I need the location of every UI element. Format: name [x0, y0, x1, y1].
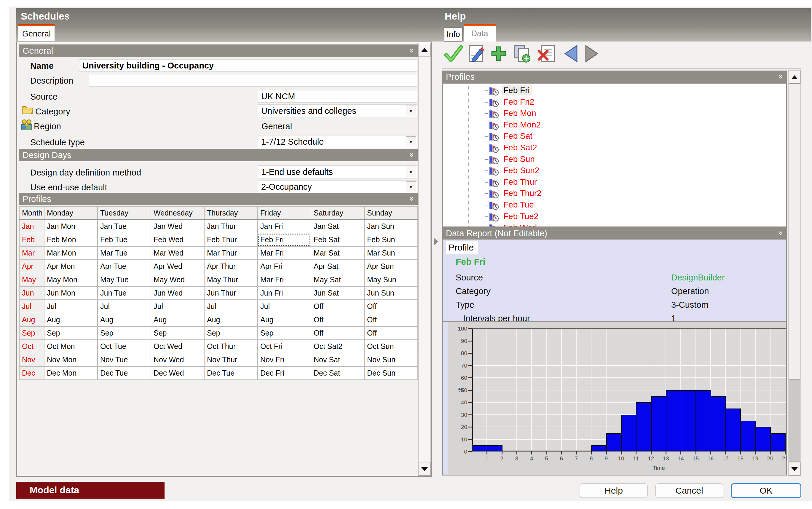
tree-profiles-header[interactable]: Profiles »	[442, 71, 787, 83]
profile-cell[interactable]: Sep	[258, 327, 311, 340]
tab-general[interactable]: General	[19, 26, 55, 41]
profile-cell[interactable]: Dec Fri	[258, 366, 311, 380]
profile-cell[interactable]: Mar Tue	[98, 246, 151, 260]
profile-cell[interactable]: Jul	[258, 300, 311, 313]
profile-cell[interactable]: Mar Thur	[204, 246, 258, 260]
profiles-section-header[interactable]: Profiles »	[19, 193, 418, 205]
profile-cell[interactable]: Sep	[204, 327, 258, 340]
data-report-header[interactable]: Data Report (Not Editable) »	[442, 227, 787, 240]
profile-cell[interactable]: Jul	[204, 300, 258, 313]
profile-cell[interactable]: Nov Tue	[98, 353, 151, 366]
profile-cell[interactable]: Dec Sun	[364, 366, 418, 380]
column-header[interactable]: Friday	[258, 207, 311, 220]
profile-cell[interactable]: Nov Wed	[151, 353, 204, 366]
chevron-down-icon[interactable]: ▼	[406, 181, 416, 192]
month-cell[interactable]: Jun	[19, 286, 44, 300]
help-button[interactable]: Help	[580, 483, 648, 498]
tab-data[interactable]: Data	[464, 26, 496, 41]
scrollbar-thumb[interactable]	[789, 379, 800, 462]
profile-cell[interactable]: Nov Thur	[204, 353, 258, 366]
profile-cell[interactable]: Aug	[151, 313, 204, 327]
tree-item[interactable]: Feb Mon2	[488, 119, 543, 130]
design-days-section-header[interactable]: Design Days »	[19, 149, 418, 161]
next-button[interactable]	[582, 44, 602, 63]
month-cell[interactable]: May	[19, 273, 44, 286]
collapse-chevron-icon[interactable]: »	[776, 74, 785, 78]
profile-cell[interactable]: Nov Sun	[364, 353, 418, 366]
scrollbar-thumb[interactable]	[419, 57, 430, 461]
profile-cell[interactable]: Mar Mon	[44, 246, 98, 260]
general-section-header[interactable]: General »	[19, 44, 418, 57]
collapse-chevron-icon[interactable]: »	[407, 48, 416, 52]
left-panel-scrollbar[interactable]	[418, 43, 431, 475]
tree-item[interactable]: Feb Sat2	[488, 142, 539, 153]
column-header[interactable]: Sunday	[364, 207, 418, 220]
profile-cell[interactable]: Feb Wed	[151, 233, 204, 246]
profile-cell[interactable]: Aug	[98, 313, 151, 327]
profile-cell[interactable]: Mar Wed	[151, 246, 204, 260]
scroll-down-icon[interactable]	[418, 463, 431, 475]
profile-cell[interactable]: Apr Tue	[98, 260, 151, 273]
design-day-method-dropdown[interactable]: 1-End use defaults ▼	[258, 165, 417, 178]
chevron-down-icon[interactable]: ▼	[406, 105, 416, 116]
profile-cell[interactable]: Feb Tue	[98, 233, 151, 246]
profile-cell[interactable]: Mar Fri	[258, 246, 311, 260]
tree-item[interactable]: Feb Thur2	[488, 188, 543, 199]
tab-info[interactable]: Info	[444, 28, 463, 41]
add-button[interactable]	[488, 44, 509, 63]
profile-cell[interactable]: Jun Sat	[311, 286, 364, 300]
column-header[interactable]: Thursday	[204, 207, 258, 220]
profile-cell[interactable]: Aug	[258, 313, 311, 327]
profile-cell[interactable]: Dec Sat	[311, 366, 364, 380]
profile-cell[interactable]: May Wed	[151, 273, 204, 286]
tree-item[interactable]: Feb Tue	[488, 199, 536, 210]
profile-cell[interactable]: Mar Sat	[311, 246, 364, 260]
profile-cell[interactable]: Oct Wed	[151, 340, 204, 353]
previous-button[interactable]	[561, 44, 581, 63]
scroll-up-icon[interactable]	[788, 71, 801, 83]
profile-cell[interactable]: Oct Thur	[204, 340, 258, 353]
profile-cell[interactable]: Jul	[98, 300, 151, 313]
tree-item[interactable]: Feb Tue2	[488, 211, 540, 222]
profile-cell[interactable]: Jan Fri	[258, 220, 311, 233]
profile-cell[interactable]: Oct Tue	[98, 340, 151, 353]
collapse-chevron-icon[interactable]: »	[407, 153, 416, 156]
profile-cell[interactable]: Off	[364, 300, 418, 313]
profile-cell[interactable]: Dec Tue	[98, 366, 151, 380]
month-cell[interactable]: Dec	[19, 366, 44, 380]
profile-cell[interactable]: Jun Mon	[44, 286, 98, 300]
profile-cell[interactable]: Apr Wed	[151, 260, 204, 273]
profile-cell[interactable]: Jan Sat	[311, 220, 364, 233]
source-field[interactable]: UK NCM	[258, 90, 417, 103]
month-cell[interactable]: Oct	[19, 340, 44, 353]
month-cell[interactable]: Mar	[19, 246, 44, 260]
column-header[interactable]: Month	[19, 207, 44, 220]
profile-cell[interactable]: Jan Mon	[44, 220, 98, 233]
profile-cell[interactable]: Sep	[151, 327, 204, 340]
profile-cell[interactable]: Sep	[98, 327, 151, 340]
profile-cell[interactable]: Oct Fri	[258, 340, 311, 353]
month-cell[interactable]: Sep	[19, 327, 44, 340]
profile-cell[interactable]: Feb Thur	[204, 233, 258, 246]
profile-cell[interactable]: Jun Wed	[151, 286, 204, 300]
profile-cell[interactable]: Nov Fri	[258, 353, 311, 366]
name-field[interactable]: University building - Occupancy	[79, 59, 417, 72]
profile-cell[interactable]: Sep	[44, 327, 98, 340]
category-dropdown[interactable]: Universities and colleges ▼	[258, 104, 417, 117]
profile-cell[interactable]: Aug	[44, 313, 98, 327]
month-cell[interactable]: Jul	[19, 300, 44, 313]
edit-button[interactable]	[466, 44, 486, 63]
profile-cell[interactable]: Feb Fri	[258, 233, 311, 246]
column-header[interactable]: Tuesday	[98, 207, 151, 220]
profile-cell[interactable]: Feb Mon	[44, 233, 98, 246]
profile-cell[interactable]: Mar Sun	[364, 246, 418, 260]
profile-cell[interactable]: Nov Sat	[311, 353, 364, 366]
profile-cell[interactable]: Off	[311, 300, 364, 313]
tree-item[interactable]: Feb Sat	[488, 130, 534, 142]
profile-cell[interactable]: Oct Sat2	[311, 340, 364, 353]
profile-cell[interactable]: Jan Wed	[151, 220, 204, 233]
profile-cell[interactable]: May Sat	[311, 273, 364, 286]
month-cell[interactable]: Aug	[19, 313, 44, 327]
profile-cell[interactable]: Mar Fri	[258, 273, 311, 286]
profile-cell[interactable]: Jan Thur	[204, 220, 258, 233]
